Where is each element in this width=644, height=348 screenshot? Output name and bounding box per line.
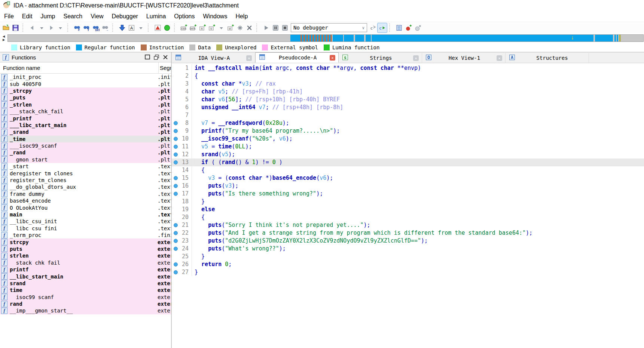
caret-down-button[interactable] [136, 23, 146, 33]
debug-stop-button[interactable] [280, 23, 290, 33]
code-line[interactable]: 2{ [172, 72, 644, 80]
line-number-gutter[interactable]: 4 [172, 88, 192, 96]
function-row[interactable]: fmain.text [0, 211, 171, 218]
function-row[interactable]: f__imp___gmon_start__extern [0, 307, 171, 314]
function-row[interactable]: f_term_proc.fini [0, 232, 171, 238]
breakpoint-icon[interactable] [174, 176, 178, 180]
code-line[interactable]: 23 puts("d2G0ZjLwHjS7DmOzZAY0X2lzX3CoZV9… [172, 237, 644, 245]
line-number-gutter[interactable]: 27 [172, 268, 192, 276]
code-line[interactable]: 9 printf("Try my base64 program?.....\n>… [172, 127, 644, 135]
code-line[interactable]: 4 char v5; // [rsp+Fh] [rbp-41h] [172, 88, 644, 96]
line-number-gutter[interactable]: 21 [172, 221, 192, 229]
function-row[interactable]: f__stack_chk_failextern [0, 259, 171, 266]
line-number-gutter[interactable]: 7 [172, 111, 192, 119]
breakpoint-icon[interactable] [174, 192, 178, 196]
function-row[interactable]: f_printf.plt [0, 115, 171, 121]
line-number-gutter[interactable]: 9 [172, 127, 192, 135]
search-text-button[interactable]: T [82, 23, 91, 33]
tab-structures[interactable]: AStructures [506, 53, 589, 63]
problems-button[interactable] [153, 23, 162, 33]
function-row[interactable]: f__libc_start_mainexter [0, 273, 171, 280]
code-line[interactable]: 16 puts(v3); [172, 182, 644, 190]
code-line[interactable]: 19 else [172, 206, 644, 213]
menu-jump[interactable]: Jump [36, 12, 59, 21]
function-row[interactable]: f_srand.plt [0, 129, 171, 135]
function-row[interactable]: fstrcpyexter [0, 238, 171, 245]
menu-debugger[interactable]: Debugger [108, 12, 142, 21]
tab-close-button[interactable]: ✕ [413, 55, 419, 61]
create-code-button[interactable]: CODE [179, 23, 189, 33]
code-line[interactable]: 25 } [172, 253, 644, 261]
pseudocode-view[interactable]: 1int __fastcall main(int argc, const cha… [172, 63, 644, 348]
line-number-gutter[interactable]: 14 [172, 166, 192, 174]
caret-down-button[interactable] [217, 23, 226, 33]
tab-ida-view-a[interactable]: IDA View-A✕ [172, 53, 255, 63]
function-row[interactable]: fO_OLookAtYou.text [0, 204, 171, 211]
line-number-gutter[interactable]: 8 [172, 119, 192, 127]
breakpoint-icon[interactable] [174, 247, 178, 251]
jump-to-address-button[interactable] [117, 23, 127, 33]
function-row[interactable]: f_rand.plt [0, 149, 171, 156]
edit-patch-button[interactable] [235, 23, 245, 33]
continue-process-button[interactable]: c [378, 23, 387, 33]
code-line[interactable]: 5 char v6[56]; // [rsp+10h] [rbp-40h] BY… [172, 96, 644, 104]
line-number-gutter[interactable]: 16 [172, 182, 192, 190]
function-row[interactable]: fbase64_encode.text [0, 197, 171, 204]
breakpoint-icon[interactable] [174, 121, 178, 125]
function-row[interactable]: fregister_tm_clones.text [0, 177, 171, 184]
create-struct-button[interactable]: st [226, 23, 235, 33]
code-line[interactable]: 27} [172, 268, 644, 276]
line-number-gutter[interactable]: 20 [172, 213, 192, 221]
breakpoint-delete-button[interactable] [413, 23, 422, 33]
tab-strings[interactable]: sStrings✕ [339, 53, 422, 63]
function-row[interactable]: fframe_dummy.text [0, 191, 171, 197]
breakpoint-icon[interactable] [174, 184, 178, 188]
tab-hex-view-1[interactable]: OHex View-1✕ [422, 53, 506, 63]
function-row[interactable]: fsub_4005F0.plt [0, 80, 171, 87]
functions-column-headers[interactable]: Function name Segm [0, 62, 171, 74]
line-number-gutter[interactable]: 22 [172, 229, 192, 237]
breakpoint-icon[interactable] [174, 137, 178, 141]
code-line[interactable]: 12 srand(v5); [172, 151, 644, 158]
code-line[interactable]: 6 unsigned __int64 v7; // [rsp+48h] [rbp… [172, 104, 644, 111]
line-number-gutter[interactable]: 23 [172, 237, 192, 245]
navband-right-icon[interactable]: ▶ [3, 39, 5, 41]
line-number-gutter[interactable]: 19 [172, 206, 192, 213]
functions-list[interactable]: f_init_proc.initfsub_4005F0.pltf_strcpy.… [0, 74, 171, 348]
maximize-icon[interactable] [144, 54, 150, 61]
navband-left-icon[interactable]: ◀ [3, 35, 5, 38]
code-line[interactable]: 21 puts("Sorry I think it's not prepared… [172, 221, 644, 229]
save-file-button[interactable] [11, 23, 20, 33]
function-row[interactable]: f__libc_csu_init.text [0, 218, 171, 225]
tab-close-button[interactable]: ✕ [330, 55, 335, 61]
code-line[interactable]: 11 v5 = time(0LL); [172, 143, 644, 151]
string-style-button[interactable]: A [127, 23, 136, 33]
create-name-button[interactable]: A [198, 23, 207, 33]
function-row[interactable]: f_puts.plt [0, 94, 171, 101]
code-line[interactable]: 3 const char *v3; // rax [172, 80, 644, 88]
line-number-gutter[interactable]: 6 [172, 104, 192, 111]
float-icon[interactable] [153, 54, 159, 61]
line-number-gutter[interactable]: 18 [172, 198, 192, 206]
close-icon[interactable] [162, 54, 168, 61]
function-row[interactable]: f__libc_csu_fini.text [0, 225, 171, 232]
code-line[interactable]: 26 return 0; [172, 261, 644, 268]
open-file-button[interactable] [1, 23, 11, 33]
breakpoint-icon[interactable] [174, 160, 178, 164]
breakpoint-icon[interactable] [174, 223, 178, 227]
search-binary-button[interactable]: 101 [91, 23, 101, 33]
function-row[interactable]: f_strlen.plt [0, 101, 171, 108]
code-line[interactable]: 24 puts("What's wrong??"); [172, 245, 644, 253]
code-line[interactable]: 8 v7 = __readfsqword(0x28u); [172, 119, 644, 127]
debug-pause-button[interactable] [271, 23, 280, 33]
search-immediate-button[interactable]: # [73, 23, 82, 33]
function-row[interactable]: f___isoc99_scanf.plt [0, 142, 171, 149]
menu-help[interactable]: Help [231, 12, 252, 21]
line-number-gutter[interactable]: 2 [172, 72, 192, 80]
tab-close-button[interactable]: ✕ [497, 55, 502, 61]
debug-start-button[interactable] [262, 23, 271, 33]
code-line[interactable]: 10 __isoc99_scanf("%20s", v6); [172, 135, 644, 143]
create-data-button[interactable]: DATA [189, 23, 198, 33]
function-row[interactable]: f___libc_start_main.plt [0, 122, 171, 129]
tab-pseudocode-a[interactable]: Pseudocode-A✕ [255, 52, 339, 63]
